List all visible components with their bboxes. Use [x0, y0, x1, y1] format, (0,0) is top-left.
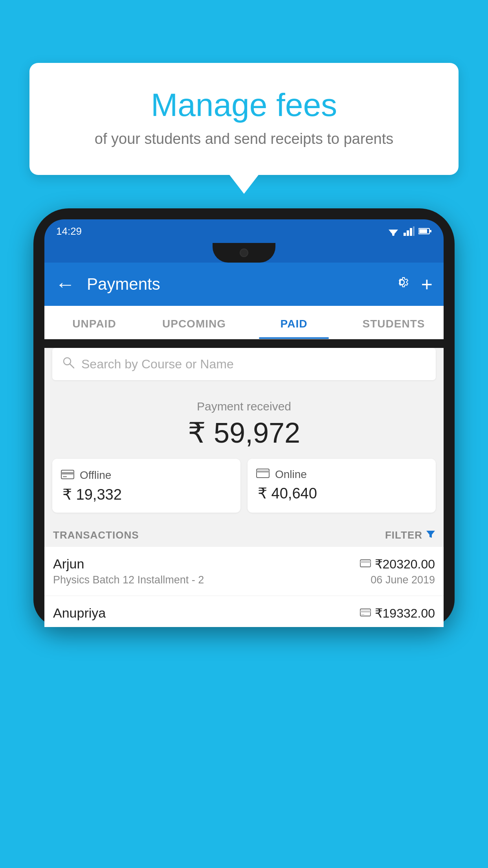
transaction-icon-online	[360, 558, 371, 570]
app-bar: ← Payments +	[44, 263, 444, 306]
svg-rect-16	[257, 471, 269, 473]
wifi-icon	[387, 226, 400, 236]
online-card: Online ₹ 40,640	[248, 459, 436, 513]
notch	[213, 243, 275, 263]
payment-received-section: Payment received ₹ 59,972	[44, 389, 444, 459]
offline-card-top: Offline	[61, 468, 232, 482]
app-bar-icons: +	[394, 273, 433, 296]
search-input[interactable]: Search by Course or Name	[81, 357, 426, 371]
status-icons	[387, 226, 432, 236]
svg-rect-15	[257, 469, 269, 478]
svg-point-2	[392, 234, 394, 236]
transaction-date: 06 June 2019	[371, 574, 435, 586]
online-label: Online	[275, 468, 307, 481]
speech-bubble-title: Manage fees	[49, 86, 439, 123]
transaction-top-2: Anupriya ₹19332.00	[53, 605, 435, 621]
transaction-amount-2: ₹19332.00	[375, 606, 435, 621]
offline-label: Offline	[80, 469, 111, 482]
transaction-amount-wrap-2: ₹19332.00	[360, 606, 435, 621]
svg-line-11	[70, 364, 74, 368]
transaction-row[interactable]: Arjun ₹20320.00 Physics Batch 12 Install…	[44, 547, 444, 596]
battery-icon	[418, 227, 432, 235]
transaction-icon-offline	[360, 607, 371, 619]
tab-unpaid[interactable]: UNPAID	[44, 306, 144, 339]
settings-icon[interactable]	[394, 274, 410, 294]
offline-icon	[61, 468, 74, 482]
search-icon	[62, 356, 75, 372]
transaction-details: Physics Batch 12 Installment - 2 06 June…	[53, 574, 435, 586]
phone-mockup: 14:29	[33, 208, 455, 868]
offline-amount: ₹ 19,332	[61, 486, 232, 503]
filter-label: FILTER	[385, 529, 422, 541]
tab-upcoming[interactable]: UPCOMING	[144, 306, 244, 339]
svg-rect-19	[360, 561, 371, 563]
online-amount: ₹ 40,640	[256, 485, 427, 502]
online-card-top: Online	[256, 468, 427, 481]
transaction-name-2: Anupriya	[53, 605, 106, 621]
transaction-course: Physics Batch 12 Installment - 2	[53, 574, 204, 586]
status-bar: 14:29	[44, 219, 444, 241]
offline-card: Offline ₹ 19,332	[52, 459, 240, 513]
add-button[interactable]: +	[421, 273, 433, 296]
screen-content: Search by Course or Name Payment receive…	[44, 348, 444, 627]
payment-received-amount: ₹ 59,972	[52, 416, 436, 449]
camera	[240, 248, 248, 257]
tab-students[interactable]: STUDENTS	[344, 306, 444, 339]
transaction-amount-wrap: ₹20320.00	[360, 557, 435, 572]
speech-bubble: Manage fees of your students and send re…	[29, 63, 459, 175]
search-container[interactable]: Search by Course or Name	[52, 348, 436, 380]
app-bar-title: Payments	[87, 275, 386, 294]
transactions-label: TRANSACTIONS	[53, 529, 139, 541]
transaction-top: Arjun ₹20320.00	[53, 556, 435, 572]
tab-paid[interactable]: PAID	[244, 306, 344, 339]
svg-rect-9	[430, 230, 431, 232]
online-icon	[256, 468, 270, 481]
svg-rect-14	[63, 476, 67, 477]
svg-rect-3	[404, 233, 406, 236]
payment-cards-row: Offline ₹ 19,332 Online ₹ 4	[44, 459, 444, 522]
back-button[interactable]: ←	[55, 273, 75, 296]
filter-icon	[426, 530, 435, 541]
tab-bar: UNPAID UPCOMING PAID STUDENTS	[44, 306, 444, 339]
svg-rect-8	[419, 229, 427, 233]
transactions-header: TRANSACTIONS FILTER	[44, 522, 444, 547]
notch-area	[44, 241, 444, 263]
filter-button[interactable]: FILTER	[385, 529, 435, 541]
phone-outer: 14:29	[33, 208, 455, 627]
speech-bubble-subtitle: of your students and send receipts to pa…	[49, 131, 439, 147]
transaction-amount: ₹20320.00	[375, 557, 435, 572]
svg-rect-22	[361, 614, 364, 615]
transaction-row-partial[interactable]: Anupriya ₹19332.00	[44, 596, 444, 627]
svg-rect-5	[410, 228, 412, 236]
svg-rect-4	[407, 230, 409, 236]
payment-received-label: Payment received	[52, 400, 436, 413]
status-time: 14:29	[56, 225, 82, 237]
signal-icon	[404, 226, 415, 236]
transaction-name: Arjun	[53, 556, 84, 572]
svg-rect-13	[61, 472, 74, 474]
svg-rect-6	[413, 226, 415, 236]
svg-rect-18	[360, 560, 371, 567]
svg-marker-17	[426, 531, 435, 538]
svg-rect-21	[360, 611, 371, 612]
